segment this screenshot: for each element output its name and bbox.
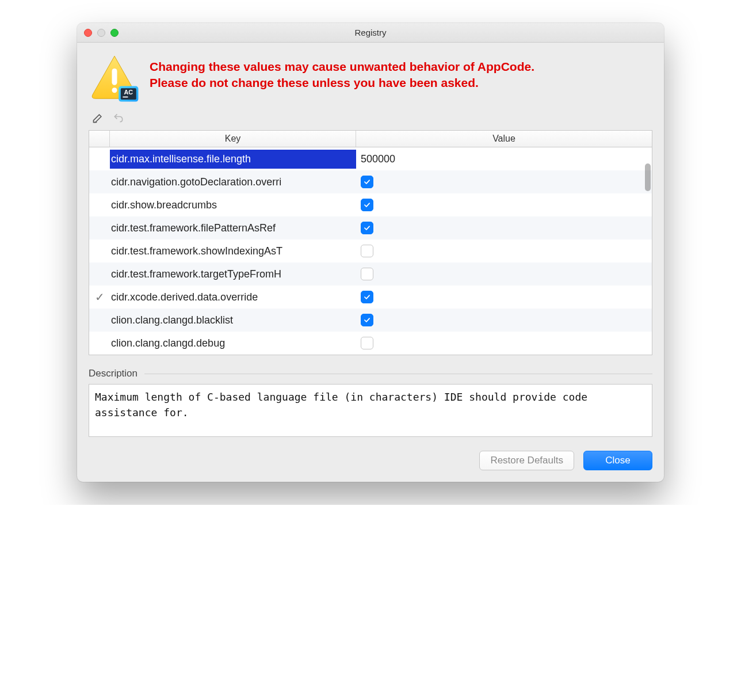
registry-key-cell[interactable]: cidr.show.breadcrumbs [110, 196, 356, 215]
table-header: Key Value [89, 131, 652, 147]
svg-point-0 [112, 88, 117, 93]
registry-key-cell[interactable]: cidr.test.framework.targetTypeFromH [110, 265, 356, 284]
registry-value-cell[interactable] [356, 337, 652, 349]
table-row[interactable]: clion.clang.clangd.debug [89, 332, 652, 355]
pencil-icon [92, 112, 104, 125]
registry-value-cell[interactable] [356, 314, 652, 326]
toolbar [89, 111, 652, 130]
column-header-key[interactable]: Key [110, 131, 356, 147]
warning-icon: AC [89, 53, 140, 105]
description-text: Maximum length of C-based language file … [89, 384, 652, 437]
zoom-window-button[interactable] [110, 29, 119, 37]
registry-value-cell[interactable] [356, 245, 652, 257]
registry-value-cell[interactable]: 500000 [356, 153, 652, 165]
divider [144, 374, 652, 374]
svg-text:AC: AC [124, 89, 133, 96]
checkbox[interactable] [361, 176, 373, 188]
checkbox[interactable] [361, 222, 373, 234]
checkbox[interactable] [361, 268, 373, 280]
svg-rect-1 [112, 69, 117, 85]
minimize-window-button[interactable] [97, 29, 105, 37]
registry-key-cell[interactable]: cidr.max.intellisense.file.length [110, 150, 356, 169]
description-header: Description [89, 368, 652, 379]
checkbox[interactable] [361, 314, 373, 326]
table-row[interactable]: cidr.test.framework.targetTypeFromH [89, 262, 652, 286]
registry-key-cell[interactable]: clion.clang.clangd.blacklist [110, 311, 356, 330]
checkbox[interactable] [361, 245, 373, 257]
warning-line-1: Changing these values may cause unwanted… [150, 59, 534, 75]
registry-key-cell[interactable]: cidr.test.framework.showIndexingAsT [110, 242, 356, 261]
edit-button[interactable] [91, 112, 105, 125]
titlebar: Registry [77, 23, 664, 43]
column-header-marker[interactable] [89, 131, 110, 147]
close-button[interactable]: Close [583, 451, 652, 470]
modified-marker: ✓ [89, 291, 110, 303]
description-label: Description [89, 368, 137, 379]
registry-value-cell[interactable] [356, 176, 652, 188]
registry-value-cell[interactable] [356, 199, 652, 211]
registry-key-cell[interactable]: cidr.xcode.derived.data.override [110, 288, 356, 307]
value-text[interactable]: 500000 [361, 153, 395, 165]
registry-window: Registry [77, 23, 664, 482]
warning-banner: AC Changing these values may cause unwan… [89, 53, 652, 105]
table-row[interactable]: cidr.max.intellisense.file.length500000 [89, 147, 652, 170]
window-content: AC Changing these values may cause unwan… [77, 43, 664, 482]
table-row[interactable]: cidr.test.framework.filePatternAsRef [89, 216, 652, 239]
description-section: Description Maximum length of C-based la… [89, 368, 652, 437]
window-controls [84, 29, 119, 37]
table-row[interactable]: ✓cidr.xcode.derived.data.override [89, 286, 652, 309]
table-row[interactable]: cidr.show.breadcrumbs [89, 193, 652, 216]
restore-defaults-button[interactable]: Restore Defaults [479, 451, 574, 470]
checkbox[interactable] [361, 291, 373, 303]
undo-icon [113, 112, 124, 125]
warning-line-2: Please do not change these unless you ha… [150, 75, 534, 91]
table-row[interactable]: cidr.test.framework.showIndexingAsT [89, 239, 652, 262]
checkbox[interactable] [361, 199, 373, 211]
registry-value-cell[interactable] [356, 222, 652, 234]
checkbox[interactable] [361, 337, 373, 349]
registry-value-cell[interactable] [356, 268, 652, 280]
table-row[interactable]: cidr.navigation.gotoDeclaration.overri [89, 170, 652, 193]
table-body[interactable]: cidr.max.intellisense.file.length500000c… [89, 147, 652, 355]
svg-rect-5 [123, 97, 128, 98]
registry-value-cell[interactable] [356, 291, 652, 303]
registry-key-cell[interactable]: cidr.test.framework.filePatternAsRef [110, 219, 356, 238]
registry-key-cell[interactable]: clion.clang.clangd.debug [110, 334, 356, 353]
window-title: Registry [354, 28, 386, 37]
close-window-button[interactable] [84, 29, 92, 37]
dialog-footer: Restore Defaults Close [89, 451, 652, 470]
table-row[interactable]: clion.clang.clangd.blacklist [89, 309, 652, 332]
registry-key-cell[interactable]: cidr.navigation.gotoDeclaration.overri [110, 173, 356, 192]
warning-text: Changing these values may cause unwanted… [150, 53, 534, 92]
revert-button[interactable] [112, 112, 125, 125]
column-header-value[interactable]: Value [356, 131, 652, 147]
scrollbar-thumb[interactable] [645, 163, 651, 191]
registry-table: Key Value cidr.max.intellisense.file.len… [89, 130, 652, 355]
